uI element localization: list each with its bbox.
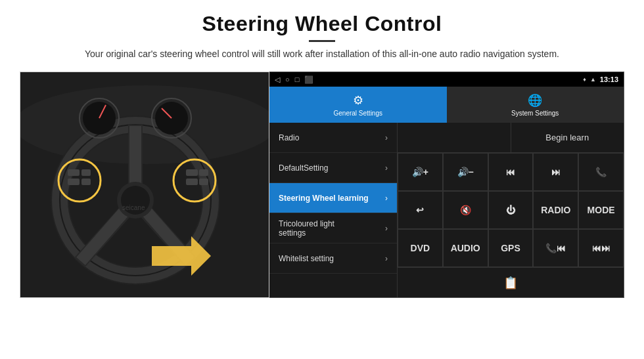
- dvd-button[interactable]: DVD: [398, 229, 443, 267]
- call-button[interactable]: 📞: [578, 153, 624, 191]
- control-button-grid: 🔊+ 🔊− ⏮ ⏭ 📞: [398, 153, 624, 267]
- top-row: Begin learn: [398, 123, 624, 153]
- right-panel: Begin learn 🔊+ 🔊− ⏮: [398, 123, 624, 297]
- svg-rect-20: [186, 179, 198, 185]
- recents-icon[interactable]: □: [295, 75, 300, 83]
- title-section: Steering Wheel Control Your original car…: [85, 12, 559, 61]
- page-subtitle: Your original car's steering wheel contr…: [85, 47, 559, 61]
- mode-button[interactable]: MODE: [578, 191, 624, 229]
- dvd-text-icon: DVD: [411, 243, 430, 253]
- radio-chevron-icon: ›: [385, 133, 388, 142]
- call-prev-icon: 📞⏮: [545, 243, 566, 253]
- steering-chevron-icon: ›: [385, 194, 388, 203]
- status-right: ♦ ▲ 13:13: [583, 75, 618, 83]
- hangup-icon: ↩: [416, 205, 424, 215]
- top-row-left-empty: [398, 123, 511, 152]
- page-wrapper: Steering Wheel Control Your original car…: [0, 0, 644, 359]
- svg-rect-16: [68, 179, 80, 185]
- tab-general-label: General Settings: [334, 110, 383, 117]
- menu-whitelist-label: Whitelist setting: [279, 254, 334, 263]
- wifi-icon: ▲: [590, 76, 596, 83]
- left-menu: Radio › DefaultSetting › Steering Wheel …: [269, 123, 398, 297]
- skip-prev-next-button[interactable]: ⏮⏭: [578, 229, 624, 267]
- begin-learn-label: Begin learn: [545, 133, 589, 142]
- status-nav-icons: ◁ ○ □ ⬛: [275, 75, 313, 84]
- power-button[interactable]: ⏻: [488, 191, 534, 229]
- page-title: Steering Wheel Control: [85, 12, 559, 36]
- menu-item-radio[interactable]: Radio ›: [269, 123, 397, 153]
- svg-rect-19: [186, 169, 198, 176]
- status-bar: ◁ ○ □ ⬛ ♦ ▲ 13:13: [269, 72, 624, 87]
- gear-icon: ⚙: [353, 93, 363, 108]
- call-prev-button[interactable]: 📞⏮: [533, 229, 578, 267]
- svg-text:seicane: seicane: [122, 204, 145, 211]
- menu-item-steering[interactable]: Steering Wheel learning ›: [269, 183, 397, 213]
- menu-item-tricolour[interactable]: Tricoloured lightsettings ›: [269, 213, 397, 243]
- back-icon[interactable]: ◁: [275, 75, 280, 84]
- volume-up-button[interactable]: 🔊+: [398, 153, 443, 191]
- audio-button[interactable]: AUDIO: [443, 229, 488, 267]
- svg-rect-21: [199, 169, 208, 176]
- status-time: 13:13: [600, 75, 618, 83]
- audio-text-icon: AUDIO: [451, 243, 480, 253]
- menu-steering-label: Steering Wheel learning: [279, 194, 369, 203]
- android-ui-panel: ◁ ○ □ ⬛ ♦ ▲ 13:13 ⚙ General Settings: [269, 72, 624, 298]
- svg-rect-18: [81, 179, 91, 185]
- mute-button[interactable]: 🔇: [443, 191, 488, 229]
- prev-track-icon: ⏮: [506, 167, 515, 177]
- menu-item-default[interactable]: DefaultSetting ›: [269, 153, 397, 183]
- next-track-icon: ⏭: [551, 167, 561, 177]
- home-icon[interactable]: ○: [285, 75, 290, 83]
- tricolour-chevron-icon: ›: [385, 224, 388, 233]
- steering-wheel-image: seicane: [20, 72, 269, 298]
- volume-down-icon: 🔊−: [457, 167, 474, 177]
- radio-mode-button[interactable]: RADIO: [533, 191, 578, 229]
- next-track-button[interactable]: ⏭: [533, 153, 578, 191]
- gps-button[interactable]: GPS: [488, 229, 534, 267]
- menu-default-label: DefaultSetting: [279, 163, 328, 173]
- volume-up-icon: 🔊+: [412, 167, 428, 177]
- skip-prev-next-icon: ⏮⏭: [592, 243, 610, 253]
- mute-icon: 🔇: [460, 205, 471, 215]
- hangup-button[interactable]: ↩: [398, 191, 443, 229]
- tab-bar: ⚙ General Settings 🌐 System Settings: [269, 87, 624, 123]
- content-area: seicane ◁ ○ □: [20, 72, 624, 298]
- bottom-row: 📋: [398, 267, 624, 297]
- mode-text-icon: MODE: [587, 205, 615, 215]
- prev-track-button[interactable]: ⏮: [488, 153, 534, 191]
- menu-radio-label: Radio: [279, 133, 299, 142]
- svg-rect-22: [199, 179, 208, 185]
- menu-tricolour-label: Tricoloured lightsettings: [279, 219, 334, 238]
- menu-area: Radio › DefaultSetting › Steering Wheel …: [269, 123, 624, 297]
- whitelist-icon: 📋: [503, 276, 518, 290]
- whitelist-chevron-icon: ›: [385, 254, 388, 263]
- tab-system-label: System Settings: [511, 110, 559, 117]
- system-icon: 🌐: [528, 93, 542, 108]
- tab-general-settings[interactable]: ⚙ General Settings: [269, 87, 447, 123]
- title-divider: [309, 40, 335, 42]
- begin-learn-button[interactable]: Begin learn: [511, 123, 624, 152]
- call-icon: 📞: [595, 167, 607, 177]
- svg-rect-17: [81, 169, 91, 176]
- location-icon: ♦: [583, 76, 586, 83]
- radio-text-icon: RADIO: [541, 205, 570, 215]
- gps-text-icon: GPS: [501, 243, 520, 253]
- volume-down-button[interactable]: 🔊−: [443, 153, 488, 191]
- default-chevron-icon: ›: [385, 163, 388, 173]
- menu-item-whitelist[interactable]: Whitelist setting ›: [269, 243, 397, 274]
- power-icon: ⏻: [506, 205, 515, 215]
- tab-system-settings[interactable]: 🌐 System Settings: [447, 87, 624, 123]
- screenshot-icon[interactable]: ⬛: [304, 75, 313, 84]
- svg-rect-15: [68, 169, 80, 176]
